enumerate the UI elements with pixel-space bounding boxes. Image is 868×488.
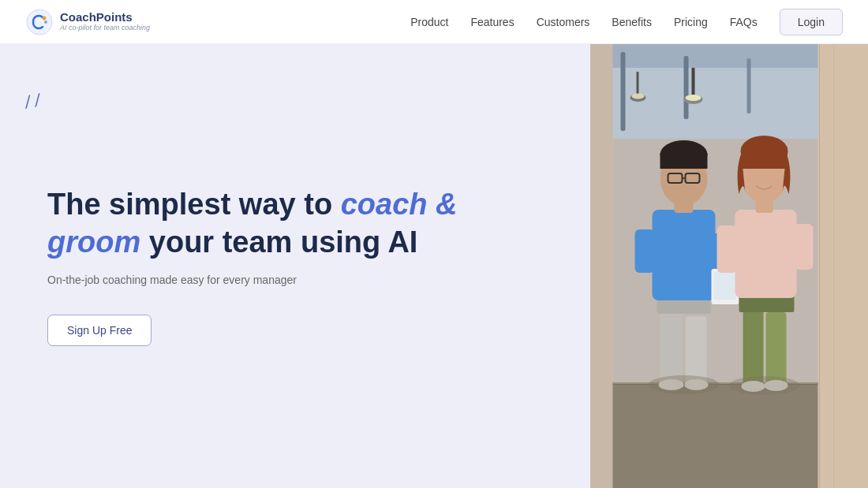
svg-point-53: [729, 376, 800, 395]
logo-tagline: AI co-pilot for team coaching: [60, 24, 150, 32]
nav-item-benefits[interactable]: Benefits: [612, 15, 652, 29]
svg-point-1: [43, 16, 47, 20]
logo-text: CoachPoints AI co-pilot for team coachin…: [60, 11, 150, 32]
nav-link-features[interactable]: Features: [470, 16, 514, 28]
svg-rect-12: [637, 72, 639, 95]
nav-item-product[interactable]: Product: [410, 15, 448, 29]
nav-item-customers[interactable]: Customers: [537, 15, 590, 29]
svg-rect-24: [686, 316, 707, 386]
hero-section: / / The simplest way to coach & groom yo…: [0, 44, 868, 488]
hero-subtext: On-the-job coaching made easy for every …: [47, 274, 543, 286]
svg-point-2: [44, 20, 47, 24]
logo[interactable]: CoachPoints AI co-pilot for team coachin…: [25, 8, 150, 36]
nav-item-faqs[interactable]: FAQs: [730, 15, 758, 29]
nav-item-features[interactable]: Features: [470, 15, 514, 29]
svg-point-14: [632, 94, 645, 99]
hero-headline-plain-2: your team using AI: [149, 225, 418, 259]
svg-rect-17: [590, 44, 613, 488]
login-button[interactable]: Login: [780, 9, 843, 35]
logo-name: CoachPoints: [60, 11, 150, 24]
svg-point-52: [649, 375, 720, 394]
svg-point-0: [27, 9, 52, 35]
svg-rect-30: [635, 229, 655, 273]
decorative-squiggle: / /: [24, 91, 42, 114]
nav-item-pricing[interactable]: Pricing: [674, 15, 708, 29]
hero-content: / / The simplest way to coach & groom yo…: [0, 44, 590, 488]
svg-rect-40: [743, 311, 764, 386]
hero-headline-plain-1: The simplest way to: [47, 188, 332, 221]
navbar: CoachPoints AI co-pilot for team coachin…: [0, 0, 868, 44]
hero-illustration: [590, 44, 868, 488]
nav-link-customers[interactable]: Customers: [537, 16, 590, 28]
signup-button[interactable]: Sign Up Free: [47, 315, 152, 346]
svg-rect-41: [766, 312, 787, 386]
nav-link-pricing[interactable]: Pricing: [674, 16, 708, 28]
svg-rect-28: [653, 210, 716, 300]
svg-rect-6: [621, 52, 626, 131]
hero-image: [590, 44, 868, 488]
svg-rect-46: [717, 225, 738, 273]
svg-rect-8: [747, 58, 751, 114]
nav-link-faqs[interactable]: FAQs: [730, 16, 758, 28]
nav-links: Product Features Customers Benefits Pric…: [410, 15, 843, 29]
svg-rect-9: [692, 68, 695, 95]
svg-rect-36: [660, 153, 708, 169]
nav-link-product[interactable]: Product: [410, 16, 448, 28]
svg-point-11: [686, 95, 702, 101]
hero-headline: The simplest way to coach & groom your t…: [47, 186, 458, 261]
svg-rect-23: [660, 312, 683, 383]
svg-rect-18: [818, 44, 869, 488]
svg-rect-45: [735, 210, 797, 298]
svg-rect-32: [714, 271, 737, 300]
nav-item-login[interactable]: Login: [780, 15, 843, 29]
nav-link-benefits[interactable]: Benefits: [612, 16, 652, 28]
svg-rect-51: [742, 147, 788, 169]
svg-rect-7: [684, 56, 689, 119]
logo-icon: [25, 8, 54, 36]
svg-rect-47: [795, 224, 814, 270]
